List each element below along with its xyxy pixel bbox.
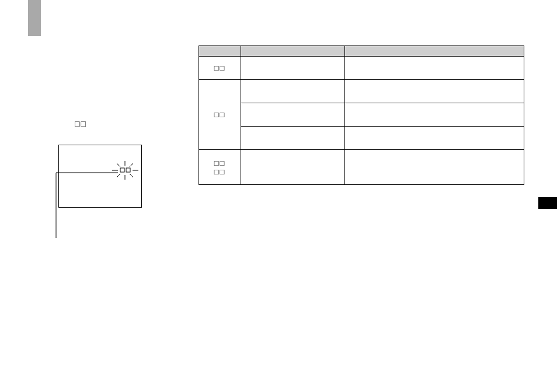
table-row: □□ (199, 57, 524, 80)
row-col2 (241, 127, 345, 150)
table-row (199, 127, 524, 150)
table-header-3 (345, 46, 524, 57)
diagram-frame (58, 145, 142, 208)
table-header-row (199, 46, 524, 57)
spec-table: □□ □□ □□ □□ (199, 46, 524, 185)
row-col3 (345, 57, 524, 80)
row-col3 (345, 150, 524, 185)
row-col3 (345, 127, 524, 150)
side-tab-marker (538, 197, 557, 209)
row-col2 (241, 103, 345, 127)
row-symbol: □□ (199, 57, 241, 80)
row-col2 (241, 150, 345, 185)
row-symbol: □□ (199, 80, 241, 150)
table-row (199, 103, 524, 127)
table-row: □□ (199, 80, 524, 103)
row-col3 (345, 103, 524, 127)
table-header-2 (241, 46, 345, 57)
table-header-1 (199, 46, 241, 57)
row-symbol: □□ □□ (199, 150, 241, 185)
row-col2 (241, 80, 345, 103)
row-col2 (241, 57, 345, 80)
table-row: □□ □□ (199, 150, 524, 185)
diagram-label: □□ (75, 119, 87, 128)
top-tab-marker (28, 0, 41, 36)
row-col3 (345, 80, 524, 103)
